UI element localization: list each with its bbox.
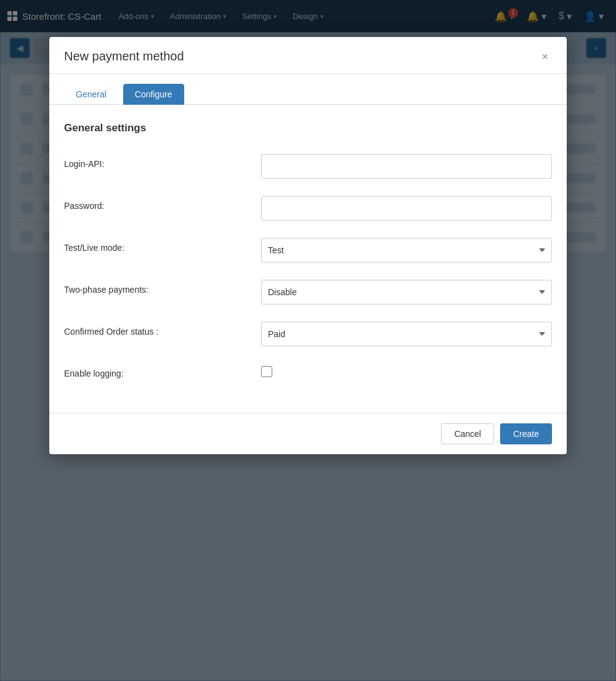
modal: New payment method × General Configure G… — [49, 37, 567, 454]
section-title: General settings — [64, 122, 552, 139]
modal-body: General settings Login-API: Password: Te… — [49, 105, 567, 413]
select-wrap-two-phase: Disable Enable — [261, 280, 552, 304]
form-group-order-status: Confirmed Order status : Paid Complete P… — [64, 322, 552, 346]
input-wrap-login-api — [261, 154, 552, 179]
form-group-enable-logging: Enable logging: — [64, 364, 552, 378]
order-status-select[interactable]: Paid Complete Processing Backordered Can… — [261, 322, 552, 346]
form-group-test-live: Test/Live mode: Test Live — [64, 238, 552, 263]
form-group-two-phase: Two-phase payments: Disable Enable — [64, 280, 552, 304]
modal-overlay: New payment method × General Configure G… — [0, 0, 616, 681]
label-enable-logging: Enable logging: — [64, 364, 261, 378]
label-two-phase: Two-phase payments: — [64, 280, 261, 295]
label-password: Password: — [64, 196, 261, 211]
modal-title: New payment method — [64, 49, 184, 63]
select-wrap-order-status: Paid Complete Processing Backordered Can… — [261, 322, 552, 346]
login-api-input[interactable] — [261, 154, 552, 179]
modal-close-button[interactable]: × — [538, 50, 552, 63]
select-wrap-test-live: Test Live — [261, 238, 552, 263]
tab-general[interactable]: General — [64, 84, 118, 105]
label-order-status: Confirmed Order status : — [64, 322, 261, 336]
modal-tabs: General Configure — [49, 74, 567, 105]
checkbox-wrap-logging — [261, 364, 552, 377]
two-phase-select[interactable]: Disable Enable — [261, 280, 552, 304]
form-group-password: Password: — [64, 196, 552, 221]
label-test-live: Test/Live mode: — [64, 238, 261, 253]
enable-logging-checkbox[interactable] — [261, 366, 272, 377]
password-input[interactable] — [261, 196, 552, 221]
input-wrap-password — [261, 196, 552, 221]
modal-header: New payment method × — [49, 37, 567, 74]
create-button[interactable]: Create — [500, 423, 552, 444]
test-live-select[interactable]: Test Live — [261, 238, 552, 263]
form-group-login-api: Login-API: — [64, 154, 552, 179]
label-login-api: Login-API: — [64, 154, 261, 169]
tab-configure[interactable]: Configure — [123, 84, 184, 105]
cancel-button[interactable]: Cancel — [441, 423, 494, 444]
modal-footer: Cancel Create — [49, 413, 567, 454]
